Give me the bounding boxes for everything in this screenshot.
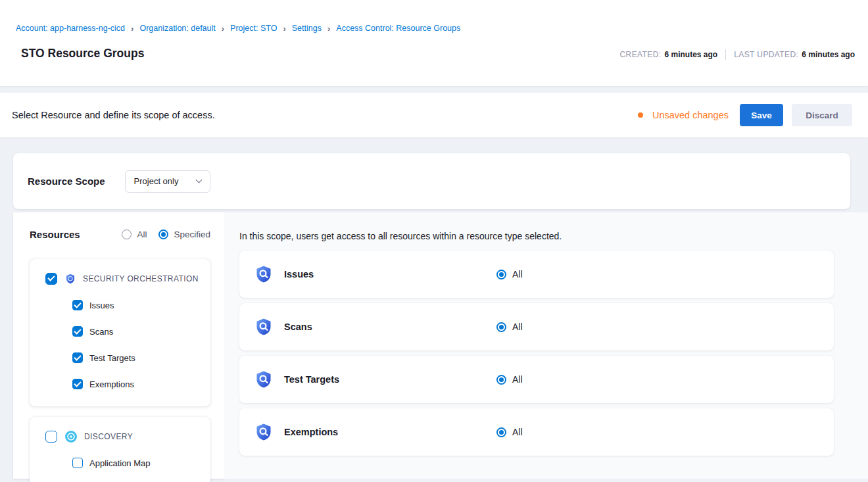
access-radio-all: All	[496, 427, 523, 437]
discovery-radar-icon	[65, 431, 77, 443]
updated-label: LAST UPDATED:	[734, 50, 798, 59]
group-header-security-orchestration: SECURITY ORCHESTRATION	[30, 266, 210, 292]
access-radio-all: All	[496, 374, 523, 385]
divider	[725, 49, 726, 60]
item-label: Scans	[89, 327, 113, 337]
radio-checked-icon[interactable]	[496, 427, 506, 437]
unsaved-dot-icon	[638, 112, 643, 118]
resource-item-exemptions: Exemptions	[30, 371, 210, 397]
breadcrumb-account[interactable]: Account: app-harness-ng-cicd	[16, 24, 125, 33]
group-label: DISCOVERY	[84, 432, 133, 441]
chevron-right-icon: ›	[327, 24, 330, 33]
resource-scope-selected-value: Project only	[134, 176, 179, 186]
resources-panel: Resources All Specified	[13, 212, 224, 479]
shield-search-icon	[254, 265, 273, 283]
save-button[interactable]: Save	[740, 104, 783, 126]
resources-title: Resources	[30, 229, 80, 240]
toolbar-description: Select Resource and define its scope of …	[12, 110, 215, 120]
page-header: Account: app-harness-ng-cicd › Organizat…	[0, 0, 868, 86]
resource-item-test-targets: Test Targets	[30, 345, 210, 371]
resource-scope-label: Resource Scope	[28, 176, 105, 187]
radio-option-all[interactable]: All	[122, 229, 147, 239]
shield-search-icon	[254, 423, 273, 441]
chevron-right-icon: ›	[131, 24, 133, 33]
resource-card-exemptions: Exemptions All	[239, 408, 834, 456]
chevron-right-icon: ›	[222, 24, 224, 33]
resource-card-issues: Issues All	[239, 251, 834, 298]
unsaved-changes-indicator: Unsaved changes	[638, 110, 729, 120]
radio-checked-icon[interactable]	[496, 322, 506, 332]
timestamps: CREATED: 6 minutes ago LAST UPDATED: 6 m…	[620, 49, 855, 60]
group-label: SECURITY ORCHESTRATION	[83, 274, 199, 283]
breadcrumb-access-control[interactable]: Access Control: Resource Groups	[336, 24, 460, 33]
created-value: 6 minutes ago	[665, 50, 718, 59]
breadcrumb-settings[interactable]: Settings	[292, 24, 322, 33]
group-card-discovery: DISCOVERY Application Map	[30, 417, 210, 482]
checkbox-issues[interactable]	[72, 300, 83, 310]
checkbox-discovery[interactable]	[45, 431, 57, 443]
card-label: Issues	[284, 269, 496, 279]
checkbox-scans[interactable]	[72, 326, 83, 337]
item-label: Exemptions	[89, 379, 134, 389]
radio-specified-label: Specified	[174, 229, 210, 239]
chevron-down-icon	[195, 177, 202, 183]
created-label: CREATED:	[620, 50, 662, 59]
access-label: All	[512, 427, 523, 437]
updated-value: 6 minutes ago	[802, 50, 855, 59]
resource-item-scans: Scans	[30, 318, 210, 345]
card-label: Scans	[284, 322, 496, 332]
item-label: Issues	[89, 301, 114, 310]
access-radio-all: All	[496, 269, 523, 279]
access-radio-all: All	[496, 322, 523, 332]
chevron-right-icon: ›	[283, 24, 285, 33]
checkbox-exemptions[interactable]	[72, 379, 83, 389]
checkbox-security-orchestration[interactable]	[45, 273, 57, 285]
unsaved-changes-label: Unsaved changes	[652, 110, 729, 120]
resource-scope-dropdown[interactable]: Project only	[125, 170, 210, 193]
shield-search-icon	[254, 318, 273, 336]
group-card-security-orchestration: SECURITY ORCHESTRATION Issues Scans Test…	[30, 259, 210, 406]
checkbox-application-map[interactable]	[72, 458, 83, 468]
resources-mode-radio-group: All Specified	[110, 229, 210, 239]
discard-button[interactable]: Discard	[792, 104, 852, 126]
resource-item-application-map: Application Map	[30, 450, 210, 476]
page-title: STO Resource Groups	[21, 47, 144, 60]
radio-checked-icon[interactable]	[496, 270, 506, 279]
radio-checked-icon[interactable]	[496, 375, 506, 385]
radio-checked-icon[interactable]	[158, 229, 168, 239]
breadcrumb: Account: app-harness-ng-cicd › Organizat…	[16, 24, 855, 33]
breadcrumb-organization[interactable]: Organization: default	[139, 24, 215, 33]
item-label: Test Targets	[89, 353, 135, 363]
resource-card-test-targets: Test Targets All	[239, 356, 834, 403]
scope-description: In this scope, users get access to all r…	[239, 231, 834, 241]
shield-search-icon	[254, 370, 273, 389]
access-label: All	[512, 269, 523, 279]
card-label: Exemptions	[284, 427, 496, 437]
breadcrumb-project[interactable]: Project: STO	[230, 24, 277, 33]
shield-search-icon	[65, 274, 76, 284]
radio-option-specified[interactable]: Specified	[158, 229, 210, 239]
radio-all-label: All	[137, 229, 147, 239]
radio-icon[interactable]	[122, 229, 132, 239]
group-header-discovery: DISCOVERY	[30, 423, 210, 450]
item-label: Application Map	[89, 458, 151, 468]
access-label: All	[512, 374, 523, 385]
resource-scope-card: Resource Scope Project only	[13, 153, 850, 209]
resource-card-scans: Scans All	[239, 303, 834, 350]
checkbox-test-targets[interactable]	[72, 352, 83, 363]
resource-item-issues: Issues	[30, 292, 210, 318]
access-label: All	[512, 322, 523, 332]
toolbar: Select Resource and define its scope of …	[0, 93, 868, 137]
main-content: In this scope, users get access to all r…	[224, 212, 868, 479]
card-label: Test Targets	[284, 374, 496, 385]
